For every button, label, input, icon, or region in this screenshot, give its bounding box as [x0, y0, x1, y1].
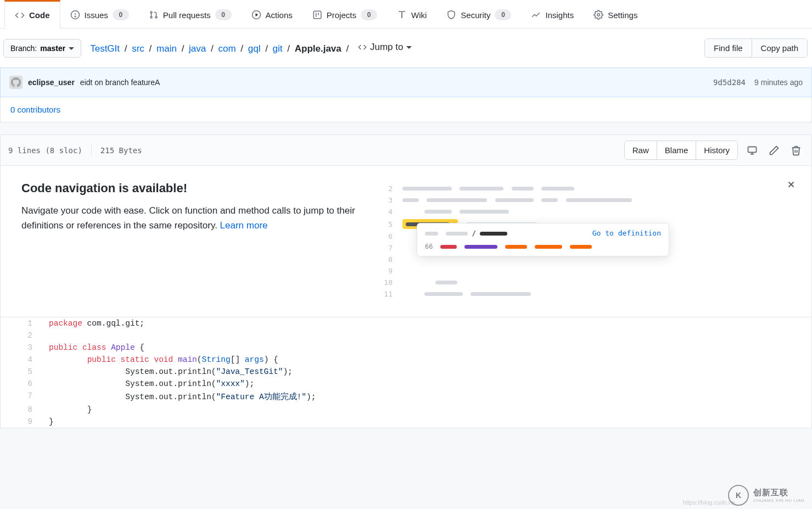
branch-select-button[interactable]: Branch: master — [3, 39, 81, 58]
code-icon — [15, 10, 25, 20]
issues-count: 0 — [113, 9, 129, 20]
blob-toolbar: 9 lines (8 sloc) 215 Bytes Raw Blame His… — [0, 135, 812, 166]
code-line[interactable]: System.out.println("Feature A功能完成!"); — [40, 390, 811, 404]
tab-insights-label: Insights — [545, 10, 574, 20]
security-count: 0 — [495, 9, 511, 20]
line-num[interactable]: 9 — [1, 416, 40, 428]
commit-message[interactable]: eidt on branch featureA — [80, 78, 160, 87]
issue-icon — [70, 10, 80, 20]
file-actions: Find file Copy path — [704, 38, 808, 58]
code-line[interactable]: package com.gql.git; — [40, 317, 811, 329]
contributors-bar: 0 contributors — [0, 97, 812, 122]
tab-pulls[interactable]: Pull requests 0 — [139, 0, 242, 28]
source-code: 1package com.gql.git; 2 3public class Ap… — [1, 317, 811, 428]
crumb-5[interactable]: gql — [248, 43, 261, 54]
banner-text: Code navigation is available! Navigate y… — [21, 181, 378, 233]
tab-pulls-label: Pull requests — [163, 10, 211, 20]
tab-insights[interactable]: Insights — [521, 0, 584, 28]
svg-point-3 — [150, 12, 152, 13]
project-icon — [312, 10, 322, 20]
svg-marker-7 — [255, 13, 258, 16]
file-bytes: 215 Bytes — [100, 146, 142, 155]
code-line[interactable]: public class Apple { — [40, 342, 811, 354]
trash-icon — [791, 145, 802, 156]
history-button[interactable]: History — [696, 141, 737, 159]
commit-info: eclipse_user eidt on branch featureA — [9, 76, 160, 89]
caret-down-icon — [69, 46, 74, 51]
file-nav-left: Branch: master TestGIt / src / main / ja… — [3, 39, 412, 58]
current-file: Apple.java — [295, 43, 341, 54]
crumb-4[interactable]: com — [218, 43, 236, 54]
crumb-0[interactable]: TestGIt — [90, 43, 120, 54]
line-num[interactable]: 6 — [1, 378, 40, 390]
play-icon — [251, 10, 261, 20]
line-num[interactable]: 4 — [1, 354, 40, 366]
line-num[interactable]: 1 — [1, 317, 40, 329]
code-line[interactable] — [40, 329, 811, 342]
line-num[interactable]: 7 — [1, 390, 40, 404]
tab-settings[interactable]: Settings — [584, 0, 647, 28]
delete-button[interactable] — [788, 143, 804, 158]
copy-path-button[interactable]: Copy path — [752, 39, 807, 57]
tab-actions-label: Actions — [266, 10, 293, 20]
spacer — [0, 122, 812, 135]
code-line[interactable]: public static void main(String[] args) { — [40, 354, 811, 366]
contributors-link[interactable]: 0 contributors — [10, 105, 60, 114]
tab-actions[interactable]: Actions — [242, 0, 303, 28]
crumb-3[interactable]: java — [189, 43, 206, 54]
find-file-button[interactable]: Find file — [705, 39, 752, 57]
blob-actions: Raw Blame History — [624, 141, 804, 160]
projects-count: 0 — [361, 9, 377, 20]
learn-more-link[interactable]: Learn more — [220, 220, 268, 231]
code-view: 1package com.gql.git; 2 3public class Ap… — [0, 317, 812, 428]
gear-icon — [593, 10, 603, 20]
tab-wiki[interactable]: Wiki — [387, 0, 436, 28]
code-line[interactable]: } — [40, 416, 811, 428]
jump-to-menu[interactable]: Jump to — [358, 42, 412, 53]
shield-icon — [446, 10, 456, 20]
file-info: 9 lines (8 sloc) 215 Bytes — [8, 145, 142, 156]
code-icon — [358, 43, 367, 52]
banner-illustration: 2 3 4 5◢ 6 7 8 9 10 11 / Go to definitio… — [378, 181, 664, 301]
svg-rect-12 — [748, 147, 757, 152]
blame-button[interactable]: Blame — [657, 141, 696, 159]
commit-bar: eclipse_user eidt on branch featureA 9d5… — [0, 68, 812, 97]
tab-security-label: Security — [461, 10, 490, 20]
crumb-6[interactable]: git — [273, 43, 283, 54]
line-num[interactable]: 5 — [1, 366, 40, 378]
tab-security[interactable]: Security 0 — [436, 0, 521, 28]
popup-line-num: 66 — [425, 243, 433, 250]
tab-wiki-label: Wiki — [411, 10, 427, 20]
tab-projects[interactable]: Projects 0 — [303, 0, 387, 28]
branch-name: master — [40, 44, 65, 53]
commit-author[interactable]: eclipse_user — [28, 78, 75, 87]
avatar[interactable] — [9, 76, 23, 89]
desktop-button[interactable] — [744, 143, 760, 158]
git-pull-icon — [149, 10, 159, 20]
commit-sha[interactable]: 9d5d284 — [713, 78, 746, 87]
tab-projects-label: Projects — [327, 10, 356, 20]
book-icon — [397, 10, 407, 20]
definition-popup: / Go to definition 66 — [417, 223, 669, 256]
file-lines: 9 lines (8 sloc) — [8, 146, 82, 155]
code-line[interactable]: } — [40, 404, 811, 416]
screen-icon — [747, 145, 758, 156]
svg-point-4 — [150, 16, 152, 18]
code-line[interactable]: System.out.println("Java_TestGit"); — [40, 366, 811, 378]
divider — [91, 145, 92, 156]
crumb-1[interactable]: src — [132, 43, 144, 54]
edit-button[interactable] — [766, 143, 782, 158]
raw-button[interactable]: Raw — [625, 141, 657, 159]
line-num[interactable]: 2 — [1, 329, 40, 342]
tab-issues[interactable]: Issues 0 — [60, 0, 139, 28]
commit-meta: 9d5d284 9 minutes ago — [713, 78, 803, 87]
tab-code[interactable]: Code — [4, 0, 60, 29]
banner-close-button[interactable] — [783, 177, 799, 193]
breadcrumb: TestGIt / src / main / java / com / gql … — [90, 42, 412, 54]
line-num[interactable]: 3 — [1, 342, 40, 354]
go-to-definition-link[interactable]: Go to definition — [592, 229, 661, 237]
svg-point-5 — [155, 16, 157, 18]
line-num[interactable]: 8 — [1, 404, 40, 416]
crumb-2[interactable]: main — [156, 43, 177, 54]
code-line[interactable]: System.out.println("xxxx"); — [40, 378, 811, 390]
